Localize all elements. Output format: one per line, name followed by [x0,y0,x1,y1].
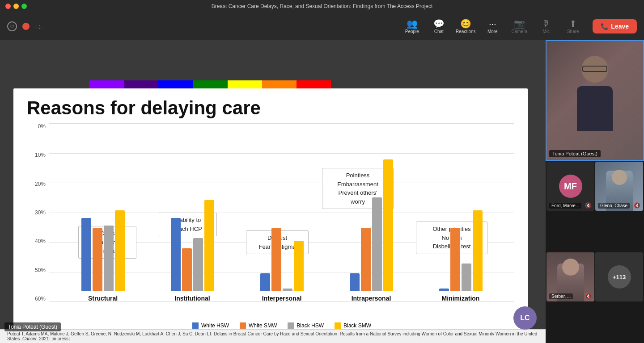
toolbar-left: 🛡 --:-- [7,21,44,31]
people-button[interactable]: 👥 People [399,15,424,38]
bar-structural-black-hsw [104,226,114,291]
bar-minimization-white-hsw [439,289,449,291]
category-institutional: Institutional [148,139,237,302]
bars-interpersonal [237,139,326,291]
y-label-30: 30% [35,209,46,216]
toolbar-actions: 👥 People 💬 Chat 😊 Reactions ··· More 📷 C… [399,15,637,38]
legend-white-smw: White SMW [240,322,277,329]
more-button[interactable]: ··· More [480,15,505,38]
participant-tile-ford: MF Ford, Marve... 🔇 [547,162,594,211]
bars-intrapersonal [326,139,416,291]
leave-phone-icon: 📞 [601,23,608,30]
shield-icon: 🛡 [7,21,17,31]
cat-label-minimization: Minimization [442,295,480,302]
y-axis: 60% 50% 40% 30% 20% 10% 0% [27,123,49,302]
category-structural: Structural [58,139,148,302]
mic-button[interactable]: 🎙 Mic [534,15,559,38]
reactions-button[interactable]: 😊 Reactions [453,15,478,38]
speaker-body [577,86,613,131]
bar-minimization-black-hsw [462,264,471,291]
legend-black-hsw: Black HSW [288,322,324,329]
rainbow-violet [89,80,124,88]
y-label-0: 0% [38,123,46,130]
camera-icon: 📷 [514,19,525,28]
timer-display: --:-- [35,23,44,30]
bars-area: Structural Institutional [49,123,514,302]
share-button[interactable]: ⬆ Share [560,15,585,38]
people-icon: 👥 [407,19,418,28]
speaker-silhouette [568,56,622,145]
citation-journal: Cancer. [22,336,38,341]
legend-white-hsw: White HSW [192,322,229,329]
legend-label-white-smw: White SMW [249,322,277,329]
mic-icon: 🎙 [542,19,551,28]
legend-box-white-hsw [192,322,199,329]
leave-label: Leave [611,23,629,30]
rainbow-indigo [124,80,158,88]
camera-button[interactable]: 📷 Camera [507,15,532,38]
cat-label-intrapersonal: Intrapersonal [352,295,391,302]
bar-intrapersonal-white-smw [361,228,371,291]
rainbow-blue [158,80,193,88]
y-label-10: 10% [35,152,46,158]
citation-year: 2021: [in press] [38,336,70,341]
leave-button[interactable]: 📞 Leave [593,19,637,33]
legend-label-black-hsw: Black HSW [297,322,324,329]
participant-tile-serber: Serber, ... 🔇 [547,252,594,301]
category-intrapersonal: Intrapersonal [326,139,416,302]
bar-intrapersonal-black-hsw [372,197,382,291]
rainbow-orange [262,80,297,88]
legend-box-black-smw [335,322,341,329]
legend-box-white-smw [240,322,246,329]
featured-speaker-name: Tonia Poteat (Guest) [549,150,601,157]
citation-text: Poteat T, Adams MA, Malone J, Geffen S, … [7,331,537,341]
reactions-label: Reactions [456,29,475,34]
speaker-name-tag: Tonia Poteat (Guest) [4,322,61,331]
chat-label: Chat [434,29,444,34]
more-icon: ··· [489,19,496,28]
rainbow-red [297,80,331,88]
bar-institutional-white-hsw [171,218,181,291]
featured-speaker-video: Tonia Poteat (Guest) [546,40,644,161]
participant-name-glenn: Glenn, Chase [598,203,630,209]
y-label-40: 40% [35,238,46,244]
bar-institutional-black-smw [204,200,214,291]
legend-box-black-hsw [288,322,294,329]
muted-icon-glenn: 🔇 [634,202,640,209]
toolbar: 🛡 --:-- 👥 People 💬 Chat 😊 Reactions ··· … [0,13,644,40]
category-minimization: Minimization [416,139,505,302]
bar-institutional-white-smw [182,248,192,291]
y-label-60: 60% [35,296,46,302]
camera-label: Camera [512,29,528,34]
window-title: Breast Cancer Care Delays, Race, and Sex… [212,3,433,9]
speaker-glasses [582,66,607,72]
bar-intrapersonal-black-smw [383,159,393,291]
bar-interpersonal-white-smw [271,228,281,291]
participant-name-serber: Serber, ... [549,293,573,299]
chat-button[interactable]: 💬 Chat [426,15,451,38]
title-bar: Breast Cancer Care Delays, Race, and Sex… [0,0,644,13]
participant-name-ford: Ford, Marve... [549,203,581,209]
legend-label-white-hsw: White HSW [201,322,229,329]
bar-interpersonal-black-hsw [283,289,292,291]
mic-label: Mic [543,29,550,34]
muted-icon-serber: 🔇 [585,293,592,299]
share-icon: ⬆ [569,19,577,28]
more-count: +113 [608,265,631,289]
rainbow-banner [89,80,331,88]
bar-intrapersonal-white-hsw [350,273,360,291]
more-label: More [487,29,498,34]
muted-icon-ford: 🔇 [585,202,592,209]
cat-label-institutional: Institutional [174,295,210,302]
participant-tile-glenn: Glenn, Chase 🔇 [595,162,643,211]
cat-label-interpersonal: Interpersonal [262,295,302,302]
close-button[interactable] [5,4,11,9]
bars-minimization [416,139,505,291]
bar-structural-black-smw [115,210,125,291]
people-label: People [405,29,419,34]
bar-institutional-black-hsw [193,238,203,291]
minimize-button[interactable] [13,4,19,9]
share-label: Share [567,29,579,34]
maximize-button[interactable] [21,4,27,9]
record-indicator [22,23,30,30]
